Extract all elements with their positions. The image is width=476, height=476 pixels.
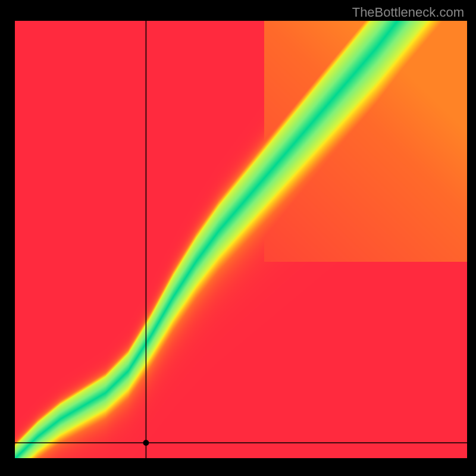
chart-container: TheBottleneck.com: [0, 0, 476, 476]
watermark-text: TheBottleneck.com: [352, 5, 464, 20]
bottleneck-heatmap: [0, 0, 476, 476]
